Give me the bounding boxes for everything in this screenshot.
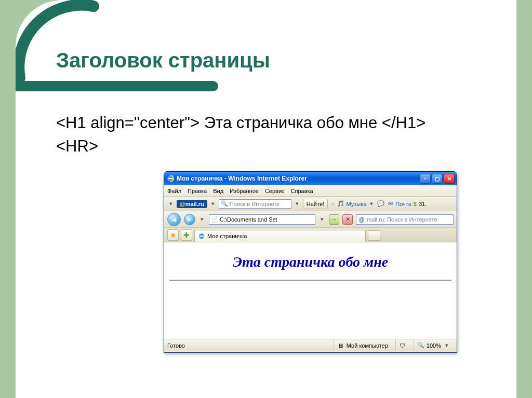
mailru-toolbar: ▾ @@mail.rumail.ru ▾ 🔍 Поиск в Интернете… [164, 197, 457, 211]
search-placeholder: Поиск в Интернете [230, 201, 280, 207]
ie-window: Моя страничка - Windows Internet Explore… [164, 171, 457, 353]
mailru-address-search[interactable]: @ mail.ru: Поиск в Интернете [356, 214, 454, 225]
mailru-search-input[interactable]: 🔍 Поиск в Интернете [219, 199, 291, 209]
page-icon: 📄 [211, 216, 218, 223]
code-line-1: <H1 align="center"> Эта страничка обо мн… [56, 112, 425, 135]
ie-logo-icon [166, 174, 175, 183]
menu-edit[interactable]: Правка [188, 188, 207, 194]
menu-file[interactable]: Файл [167, 188, 181, 194]
mailru-logo[interactable]: @@mail.rumail.ru [177, 200, 207, 208]
page-content: Эта страничка обо мне [164, 242, 457, 339]
minimize-button[interactable]: – [420, 174, 431, 184]
browser-tab[interactable]: Моя страничка [194, 230, 366, 242]
mailru-search-placeholder: mail.ru: Поиск в Интернете [367, 216, 437, 223]
toolbar-extra: 31. [419, 201, 427, 207]
navigation-toolbar: ◄ ► ▾ 📄 C:\Documents and Set ▾ → ✕ @ mai… [164, 211, 457, 228]
menu-tools[interactable]: Сервис [265, 188, 285, 194]
address-text: C:\Documents and Set [220, 216, 277, 223]
slide-card: Заголовок страницы <H1 align="center"> Э… [16, 0, 516, 398]
stop-icon: ✕ [345, 216, 350, 223]
envelope-icon: ✉ [387, 200, 394, 208]
tab-bar: ★ ✚ Моя страничка [164, 228, 457, 242]
tab-label: Моя страничка [207, 233, 247, 239]
new-tab-button[interactable] [368, 230, 380, 241]
music-link[interactable]: 🎵 Музыка ▾ [337, 200, 375, 208]
back-button[interactable]: ◄ [167, 213, 181, 226]
menu-view[interactable]: Вид [213, 188, 223, 194]
zoom-control[interactable]: 🔍 100% ▾ [414, 339, 454, 351]
currency-icon[interactable]: $ [414, 201, 417, 207]
title-underline [16, 81, 218, 91]
code-line-2: <HR> [56, 135, 425, 158]
window-titlebar[interactable]: Моя страничка - Windows Internet Explore… [164, 172, 457, 185]
page-hr [169, 280, 451, 281]
zoom-icon: 🔍 [417, 342, 424, 349]
chevron-down-icon[interactable]: ▾ [294, 200, 301, 207]
menu-bar: Файл Правка Вид Избранное Сервис Справка [164, 185, 457, 197]
address-bar[interactable]: 📄 C:\Documents and Set [209, 214, 315, 225]
status-ready: Готово [167, 342, 271, 349]
search-icon: 🔍 [221, 200, 228, 208]
go-button[interactable]: → [329, 214, 339, 225]
window-title: Моя страничка - Windows Internet Explore… [177, 175, 420, 182]
slide-title: Заголовок страницы [56, 49, 270, 72]
stop-button[interactable]: ✕ [342, 214, 353, 225]
chevron-down-icon: ▾ [443, 342, 450, 349]
music-icon: 🎵 [337, 200, 344, 208]
maximize-button[interactable]: ▢ [432, 174, 443, 184]
shield-icon: 🛡 [399, 342, 406, 349]
status-zone: 🖥 Мой компьютер [334, 339, 391, 351]
chevron-down-icon[interactable]: ▾ [209, 200, 217, 207]
menu-favorites[interactable]: Избранное [230, 188, 259, 194]
separator: » [330, 201, 335, 207]
chat-icon[interactable]: 💬 [377, 200, 384, 208]
favorites-star-button[interactable]: ★ [167, 229, 179, 241]
chevron-down-icon: ▾ [368, 200, 375, 207]
add-favorite-button[interactable]: ✚ [181, 229, 192, 241]
find-button[interactable]: Найти! [303, 199, 328, 209]
chevron-down-icon[interactable]: ▾ [167, 200, 175, 207]
computer-icon: 🖥 [337, 342, 344, 349]
forward-button[interactable]: ► [184, 214, 195, 225]
corner-decoration [16, 0, 104, 88]
chevron-down-icon[interactable]: ▾ [198, 216, 206, 223]
protected-mode: 🛡 [395, 339, 409, 351]
chevron-down-icon[interactable]: ▾ [318, 216, 326, 223]
page-heading: Эта страничка обо мне [169, 254, 451, 270]
menu-help[interactable]: Справка [291, 188, 313, 194]
close-button[interactable]: ✕ [444, 174, 455, 184]
ie-page-icon [198, 232, 205, 240]
arrow-right-icon: → [331, 216, 337, 223]
status-bar: Готово 🖥 Мой компьютер 🛡 🔍 100% ▾ [164, 339, 457, 351]
mail-link[interactable]: ✉ Почта [387, 200, 411, 208]
at-icon: @ [358, 216, 365, 223]
code-example: <H1 align="center"> Эта страничка обо мн… [56, 112, 425, 158]
chat-bubble-icon: 💬 [377, 200, 384, 208]
